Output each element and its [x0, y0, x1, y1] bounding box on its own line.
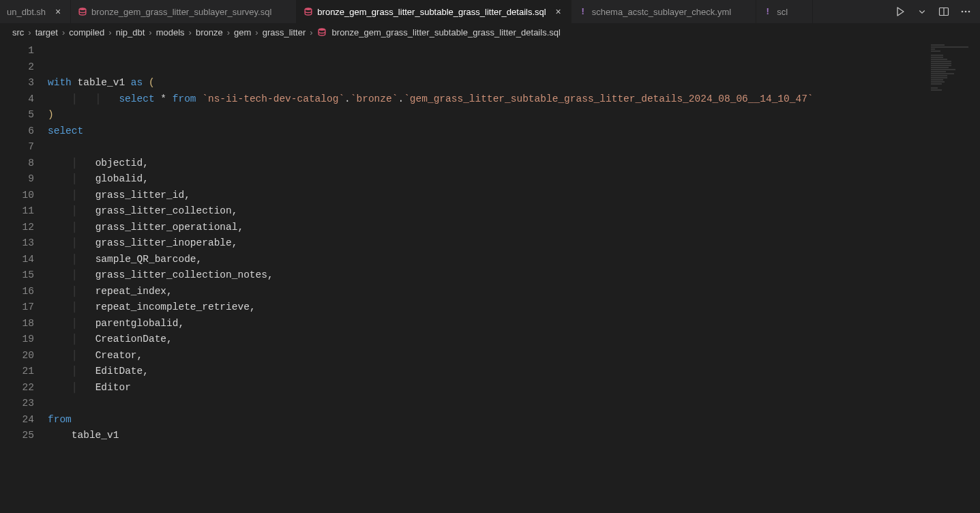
line-number: 13 — [0, 235, 48, 252]
code-line[interactable] — [48, 59, 980, 76]
line-number: 1 — [0, 43, 48, 59]
breadcrumb-file[interactable]: bronze_gem_grass_litter_subtable_grass_l… — [332, 27, 561, 38]
yaml-icon: ! — [578, 7, 588, 16]
breadcrumb-segment[interactable]: bronze — [196, 27, 223, 38]
database-icon — [317, 27, 327, 37]
chevron-right-icon: › — [188, 27, 193, 38]
breadcrumb-segment[interactable]: grass_litter — [263, 27, 306, 38]
line-number: 18 — [0, 316, 48, 332]
breadcrumbs: src›target›compiled›nip_dbt›models›bronz… — [0, 24, 980, 40]
line-number: 15 — [0, 267, 48, 284]
line-number: 24 — [0, 412, 48, 428]
code-area[interactable]: with table_v1 as ( │ │ select * from `ns… — [48, 40, 980, 513]
tab-1[interactable]: bronze_gem_grass_litter_sublayer_survey.… — [71, 0, 297, 24]
line-number: 11 — [0, 203, 48, 220]
split-editor-icon[interactable] — [936, 4, 951, 19]
chevron-right-icon: › — [27, 27, 32, 38]
line-number: 8 — [0, 156, 48, 172]
code-line[interactable] — [48, 139, 980, 156]
chevron-right-icon: › — [226, 27, 231, 38]
code-line[interactable]: │ globalid, — [48, 171, 980, 188]
yaml-icon: ! — [763, 7, 773, 16]
code-line[interactable]: │ Editor — [48, 380, 980, 396]
line-number: 9 — [0, 171, 48, 188]
tab-2[interactable]: bronze_gem_grass_litter_subtable_grass_l… — [297, 0, 571, 24]
code-line[interactable] — [48, 43, 980, 59]
editor[interactable]: 1234567891011121314151617181920212223242… — [0, 40, 980, 513]
chevron-down-icon[interactable] — [915, 4, 930, 19]
breadcrumb-segment[interactable]: src — [12, 27, 24, 38]
svg-text:!: ! — [581, 7, 584, 16]
code-line[interactable]: │ repeat_incomplete_retrieve, — [48, 299, 980, 316]
line-number: 21 — [0, 364, 48, 380]
line-number: 20 — [0, 348, 48, 364]
tab-label: bronze_gem_grass_litter_sublayer_survey.… — [91, 7, 271, 17]
code-line[interactable] — [48, 396, 980, 412]
line-number: 6 — [0, 123, 48, 140]
code-line[interactable]: select — [48, 123, 980, 140]
code-line[interactable]: │ parentglobalid, — [48, 316, 980, 332]
svg-point-8 — [968, 11, 970, 13]
line-number: 19 — [0, 332, 48, 348]
code-line[interactable]: table_v1 — [48, 428, 980, 444]
line-number: 17 — [0, 299, 48, 316]
code-line[interactable]: │ EditDate, — [48, 364, 980, 380]
database-icon — [78, 7, 87, 16]
chevron-right-icon: › — [308, 27, 314, 38]
tab-actions — [886, 4, 980, 19]
code-line[interactable]: │ Creator, — [48, 348, 980, 364]
line-number: 4 — [0, 91, 48, 108]
line-number: 5 — [0, 107, 48, 123]
breadcrumb-segment[interactable]: gem — [234, 27, 251, 38]
svg-point-7 — [965, 11, 967, 13]
line-number: 3 — [0, 75, 48, 91]
breadcrumb-segment[interactable]: nip_dbt — [116, 27, 145, 38]
tab-0[interactable]: un_dbt.sh× — [0, 0, 71, 24]
database-icon — [303, 7, 313, 16]
tabs-bar: un_dbt.sh×bronze_gem_grass_litter_sublay… — [0, 0, 980, 24]
more-icon[interactable] — [958, 4, 973, 19]
run-icon[interactable] — [893, 4, 908, 19]
line-number: 25 — [0, 428, 48, 444]
code-line[interactable]: │ grass_litter_collection_notes, — [48, 267, 980, 284]
breadcrumb-segment[interactable]: target — [35, 27, 58, 38]
line-number: 12 — [0, 220, 48, 236]
svg-text:!: ! — [767, 7, 769, 16]
chevron-right-icon: › — [254, 27, 259, 38]
code-line[interactable]: from — [48, 412, 980, 428]
line-number: 2 — [0, 59, 48, 76]
code-line[interactable]: ) — [48, 107, 980, 123]
svg-point-9 — [318, 28, 325, 31]
code-line[interactable]: │ CreationDate, — [48, 332, 980, 348]
chevron-right-icon: › — [147, 27, 153, 38]
close-icon[interactable]: × — [553, 6, 564, 17]
tab-4[interactable]: !scl× — [756, 0, 813, 24]
line-number: 22 — [0, 380, 48, 396]
code-line[interactable]: │ sample_QR_barcode, — [48, 252, 980, 268]
line-number: 7 — [0, 139, 48, 156]
svg-point-0 — [79, 8, 86, 10]
code-line[interactable]: │ grass_litter_id, — [48, 188, 980, 204]
code-line[interactable]: │ │ select * from `ns-ii-tech-dev-catalo… — [48, 91, 980, 108]
code-line[interactable]: │ grass_litter_inoperable, — [48, 235, 980, 252]
line-number: 23 — [0, 396, 48, 412]
code-line[interactable]: │ objectid, — [48, 156, 980, 172]
tab-label: scl — [777, 7, 788, 17]
code-line[interactable]: with table_v1 as ( — [48, 75, 980, 91]
svg-point-6 — [962, 11, 964, 13]
close-icon[interactable]: × — [53, 6, 63, 17]
tab-label: bronze_gem_grass_litter_subtable_grass_l… — [317, 7, 546, 17]
code-line[interactable]: │ repeat_index, — [48, 284, 980, 300]
code-line[interactable]: │ grass_litter_collection, — [48, 203, 980, 220]
code-line[interactable]: │ grass_litter_operational, — [48, 220, 980, 236]
chevron-right-icon: › — [107, 27, 113, 38]
tab-label: un_dbt.sh — [7, 7, 46, 17]
tab-3[interactable]: !schema_acstc_sublayer_check.yml× — [571, 0, 756, 24]
line-number: 16 — [0, 284, 48, 300]
svg-point-1 — [306, 8, 312, 10]
breadcrumb-segment[interactable]: models — [156, 27, 185, 38]
line-number: 14 — [0, 252, 48, 268]
chevron-right-icon: › — [61, 27, 66, 38]
breadcrumb-segment[interactable]: compiled — [69, 27, 104, 38]
tab-label: schema_acstc_sublayer_check.yml — [592, 7, 731, 17]
